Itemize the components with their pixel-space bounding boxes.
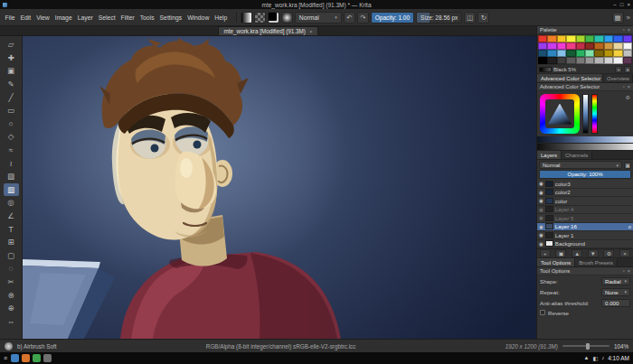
tab-close-icon[interactable]: × [309,29,313,34]
tab-brush-presets[interactable]: Brush Presets [575,258,618,266]
palette-swatch[interactable] [594,42,603,50]
taskbar-menu-icon[interactable]: ≡ [4,355,7,361]
selector-settings-icon[interactable]: ⚙ [626,94,630,100]
color-picker-tool[interactable]: ◎ [4,196,19,210]
reload-icon[interactable]: ↻ [477,12,489,23]
palette-swatch[interactable] [623,50,632,57]
redo-icon[interactable]: ↷ [357,12,369,23]
palette-swatch[interactable] [538,35,547,42]
menu-view[interactable]: View [34,13,52,23]
shade-selector-bar[interactable] [537,136,633,144]
palette-swatch[interactable] [613,57,622,64]
palette-swatch[interactable] [585,57,594,64]
delete-layer-button[interactable]: × [619,249,630,257]
document-tab[interactable]: mte_work.kra [Modified] (91.3M) × [218,26,319,35]
tray-network-icon[interactable]: ◧ [592,355,598,361]
palette-swatch[interactable] [604,35,613,42]
palette-swatch[interactable] [585,42,594,50]
pattern-swatch-icon[interactable] [254,12,266,23]
float-docker-icon[interactable]: ▫ [623,27,625,33]
close-icon[interactable]: × [627,2,630,7]
transform-tool[interactable]: ▱ [4,38,19,51]
palette-swatch[interactable] [576,57,585,64]
palette-swatch[interactable] [594,57,603,64]
duplicate-layer-button[interactable]: ▣ [555,249,566,257]
layer-visibility-icon[interactable]: ◉ [539,198,543,203]
palette-swatch[interactable] [538,57,547,64]
palette-swatch[interactable] [538,42,547,50]
text-tool[interactable]: T [4,222,19,236]
menu-image[interactable]: Image [52,13,74,23]
palette-swatch[interactable] [557,50,566,57]
shade-selector-bar[interactable] [537,144,633,151]
close-docker-icon[interactable]: × [628,268,630,274]
close-docker-icon[interactable]: × [628,27,630,33]
palette-swatch[interactable] [613,35,622,42]
palette-swatch[interactable] [623,57,632,64]
bezier-tool[interactable]: ≀ [4,156,19,170]
alpha-inherit-icon[interactable]: α [628,224,631,229]
rectangle-tool[interactable]: ▭ [4,104,19,117]
palette-swatch[interactable] [594,50,603,57]
taskbar-app-3[interactable] [33,354,41,362]
zoom-slider[interactable] [562,345,609,347]
palette-swatch[interactable] [576,35,585,42]
layer-visibility-icon[interactable]: ◉ [539,181,543,186]
layer-row[interactable]: ◉Layer 5 [537,214,633,223]
palette-swatch[interactable] [585,35,594,42]
titlebar[interactable]: mte_work.kra [Modified] (91.3M) * — Krit… [0,0,633,9]
select-rectangle-tool[interactable]: ▢ [4,249,19,263]
palette-swatch[interactable] [623,35,632,42]
layer-filter-icon[interactable]: ▣ [624,162,631,169]
tab-advanced-color-selector[interactable]: Advanced Color Selector [537,74,603,82]
layer-visibility-icon[interactable]: ◉ [539,215,543,220]
toolbar-overflow-icon[interactable]: » [627,14,630,22]
layer-row[interactable]: ◉Layer 4 [537,206,633,215]
palette-swatch[interactable] [623,42,632,50]
zoom-level[interactable]: 104% [614,343,628,350]
menu-tools[interactable]: Tools [137,13,156,23]
polygon-tool[interactable]: ◇ [4,130,19,144]
tray-volume-icon[interactable]: ♪ [601,355,604,361]
palette-menu-button[interactable]: ≡ [624,66,631,73]
palette-swatch[interactable] [547,35,556,42]
palette-swatch[interactable] [604,42,613,50]
blend-mode-select[interactable]: Normal ▾ [295,12,342,23]
palette-swatch[interactable] [547,42,556,50]
palette-swatch[interactable] [604,57,613,64]
layer-visibility-icon[interactable]: ◉ [539,224,543,229]
line-tool[interactable]: ╱ [4,90,19,104]
close-docker-icon[interactable]: × [628,84,630,89]
layer-row[interactable]: ◉Layer 1 [537,231,633,240]
measure-tool[interactable]: ∠ [4,210,19,223]
tab-channels[interactable]: Channels [562,151,592,159]
palette-swatch[interactable] [547,50,556,57]
select-freehand-tool[interactable]: ✂ [4,275,19,289]
mirror-view-icon[interactable]: ◫ [464,12,476,23]
polyline-tool[interactable]: ≈ [4,144,19,157]
tab-layers[interactable]: Layers [537,151,562,159]
palette-swatch[interactable] [557,42,566,50]
color-triangle[interactable] [548,104,572,125]
tab-tool-options[interactable]: Tool Options [537,258,575,266]
menu-help[interactable]: Help [213,13,230,23]
palette-swatch[interactable] [585,50,594,57]
menu-filter[interactable]: Filter [118,13,137,23]
menu-settings[interactable]: Settings [157,13,184,23]
add-swatch-button[interactable]: + [615,66,622,73]
palette-swatch[interactable] [594,35,603,42]
move-tool[interactable]: ✚ [4,51,19,65]
artwork-canvas[interactable] [23,36,536,339]
undo-icon[interactable]: ↶ [344,12,355,23]
palette-swatch[interactable] [576,42,585,50]
zoom-tool[interactable]: ⊕ [4,302,19,315]
palette-swatch[interactable] [566,42,575,50]
taskbar-app-1[interactable] [11,354,19,362]
layer-visibility-icon[interactable]: ◉ [539,207,543,212]
layer-blend-mode-select[interactable]: Normal ▾ [539,161,622,169]
palette-swatch[interactable] [557,57,566,64]
gradient-tool[interactable]: ▥ [4,183,19,197]
color-wheel[interactable] [540,94,580,134]
layer-row[interactable]: ◉Background [537,240,633,249]
antialias-threshold-input[interactable]: 0.000 [601,299,630,307]
